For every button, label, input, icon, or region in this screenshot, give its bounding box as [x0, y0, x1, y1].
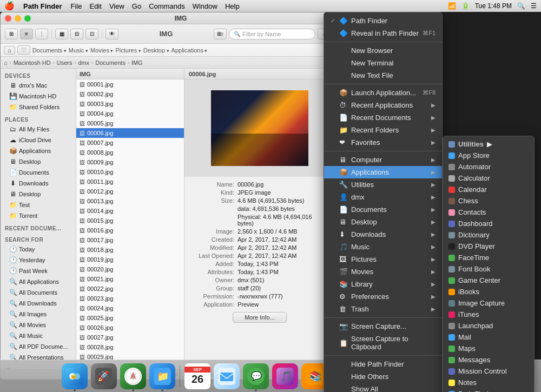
- sidebar-item-dmx-mac[interactable]: 🖥 dmx's Mac: [1, 80, 76, 91]
- path-dmx[interactable]: dmx: [78, 59, 89, 66]
- applications-dropdown[interactable]: Applications: [171, 47, 208, 54]
- app-item-utilities[interactable]: Utilities ▶: [443, 138, 534, 150]
- menu-item-preferences[interactable]: ⚙ Preferences ▶: [324, 290, 442, 303]
- file-item-00006.jpg[interactable]: 🖼00006.jpg: [76, 128, 184, 138]
- sidebar-item-desktop[interactable]: 🖥 Desktop: [1, 156, 76, 167]
- app-item-chess[interactable]: Chess: [443, 195, 534, 207]
- sidebar-search-today[interactable]: 🕐 Today: [1, 244, 76, 255]
- file-item-00012.jpg[interactable]: 🖼00012.jpg: [76, 187, 184, 196]
- app-item-mail[interactable]: Mail: [443, 331, 534, 343]
- sidebar-search-all-images[interactable]: 🔍 All Images: [1, 309, 76, 320]
- menu-item-pictures[interactable]: 🖼 Pictures ▶: [324, 253, 442, 265]
- menu-item-screen-capture[interactable]: 📷 Screen Capture...: [324, 320, 442, 333]
- sidebar-search-all-movies[interactable]: 🔍 All Movies: [1, 320, 76, 330]
- dock-messages[interactable]: 💬: [243, 363, 269, 389]
- app-item-dashboard[interactable]: Dashboard: [443, 218, 534, 229]
- menu-item-movies[interactable]: 🎬 Movies ▶: [324, 265, 442, 278]
- app-item-contacts[interactable]: Contacts: [443, 207, 534, 218]
- menu-item-new-terminal[interactable]: New Terminal: [324, 57, 442, 69]
- app-item-notes[interactable]: Notes: [443, 377, 534, 388]
- path-users[interactable]: Users: [57, 59, 72, 66]
- sidebar-item-desktop2[interactable]: 🖥 Desktop: [1, 189, 76, 200]
- sidebar-item-downloads[interactable]: ⬇ Downloads: [1, 178, 76, 189]
- view-icons-btn[interactable]: ⊞: [5, 29, 18, 39]
- sort-btn[interactable]: ⊞↕: [214, 29, 227, 39]
- desktop-dropdown[interactable]: Desktop: [143, 47, 169, 54]
- search-icon[interactable]: 🔍: [517, 2, 525, 10]
- maximize-button[interactable]: [24, 15, 31, 22]
- file-item-00025.jpg[interactable]: 🖼00025.jpg: [76, 313, 184, 323]
- menu-item-favorites[interactable]: ❤ Favorites ▶: [324, 136, 442, 149]
- sidebar-item-macintosh-hd[interactable]: 💾 Macintosh HD: [1, 91, 76, 102]
- more-info-button[interactable]: More Info...: [233, 312, 287, 323]
- file-item-00014.jpg[interactable]: 🖼00014.jpg: [76, 206, 184, 216]
- file-item-00027.jpg[interactable]: 🖼00027.jpg: [76, 333, 184, 342]
- menu-item-new-text-file[interactable]: New Text File: [324, 69, 442, 82]
- menu-edit[interactable]: Edit: [89, 2, 101, 10]
- menu-item-trash[interactable]: 🗑 Trash ▶: [324, 303, 442, 315]
- file-item-00002.jpg[interactable]: 🖼00002.jpg: [76, 89, 184, 99]
- sidebar-search-all-pdf[interactable]: 🔍 All PDF Docume...: [1, 341, 76, 352]
- file-item-00017.jpg[interactable]: 🖼00017.jpg: [76, 235, 184, 245]
- menu-view[interactable]: View: [109, 2, 124, 10]
- menu-item-computer[interactable]: 🖥 Computer ▶: [324, 154, 442, 166]
- menu-item-documents[interactable]: 📄 Documents ▶: [324, 203, 442, 216]
- dock-launchpad[interactable]: 🚀: [91, 363, 117, 389]
- app-name[interactable]: Path Finder: [23, 2, 62, 10]
- dock-calendar[interactable]: SEP 26: [184, 363, 210, 389]
- menu-item-launch-application[interactable]: 📦 Launch Application... ⌘F8: [324, 87, 442, 99]
- file-item-00021.jpg[interactable]: 🖼00021.jpg: [76, 274, 184, 284]
- menu-item-hide-path-finder[interactable]: Hide Path Finder: [324, 358, 442, 370]
- battery-icon[interactable]: 🔋: [461, 2, 470, 10]
- path-img[interactable]: IMG: [131, 59, 143, 66]
- music-dropdown[interactable]: Music: [69, 47, 88, 54]
- wifi-icon[interactable]: 📶: [448, 2, 456, 10]
- dock-pathfinder[interactable]: 📁: [149, 363, 175, 389]
- docs-dropdown[interactable]: Documents: [32, 47, 67, 54]
- app-item-dictionary[interactable]: Dictionary: [443, 229, 534, 241]
- app-item-ibooks[interactable]: iBooks: [443, 286, 534, 297]
- file-item-00023.jpg[interactable]: 🖼00023.jpg: [76, 294, 184, 303]
- dock-itunes[interactable]: 🎵: [272, 363, 298, 389]
- file-item-00024.jpg[interactable]: 🖼00024.jpg: [76, 303, 184, 313]
- dock-mail[interactable]: [214, 363, 240, 389]
- favorites-btn[interactable]: ♡: [17, 45, 30, 55]
- file-item-00007.jpg[interactable]: 🖼00007.jpg: [76, 138, 184, 148]
- app-item-dvd-player[interactable]: DVD Player: [443, 241, 534, 252]
- sidebar-item-documents[interactable]: 📄 Documents: [1, 167, 76, 178]
- sidebar-item-shared-folders[interactable]: 📁 Shared Folders: [1, 102, 76, 112]
- menu-item-screen-capture-to-clipboard[interactable]: 📋 Screen Capture to Clipboard: [324, 333, 442, 353]
- menu-item-path-finder[interactable]: ✓ 🔷 Path Finder: [324, 15, 442, 27]
- sidebar-search-yesterday[interactable]: 🕐 Yesterday: [1, 255, 76, 265]
- file-item-00028.jpg[interactable]: 🖼00028.jpg: [76, 342, 184, 352]
- home-btn[interactable]: ⌂: [4, 46, 15, 55]
- filter-placeholder[interactable]: Filter by Name: [242, 31, 281, 37]
- file-item-00003.jpg[interactable]: 🖼00003.jpg: [76, 99, 184, 109]
- file-item-00022.jpg[interactable]: 🖼00022.jpg: [76, 284, 184, 294]
- menu-item-show-all[interactable]: Show All: [324, 383, 442, 392]
- apps-submenu[interactable]: Utilities ▶ App Store Automator Calculat…: [443, 136, 535, 392]
- menu-item-new-browser[interactable]: New Browser: [324, 44, 442, 57]
- menu-item-recent-documents[interactable]: 📄 Recent Documents ▶: [324, 111, 442, 124]
- path-macintosh-hd[interactable]: Macintosh HD: [14, 59, 51, 66]
- view-preview-btn[interactable]: ⊡: [85, 29, 98, 39]
- close-button[interactable]: [5, 15, 11, 22]
- apple-menu[interactable]: 🍎: [4, 1, 15, 11]
- view-split-btn[interactable]: ⊟: [70, 29, 83, 39]
- sidebar-search-all-music[interactable]: 🔍 All Music: [1, 330, 76, 341]
- menu-item-library[interactable]: 📚 Library ▶: [324, 278, 442, 290]
- dock-safari[interactable]: [120, 363, 146, 389]
- sidebar-item-applications[interactable]: 📦 Applications: [1, 145, 76, 156]
- app-item-app-store[interactable]: App Store: [443, 150, 534, 161]
- sidebar-search-all-downloads[interactable]: 🔍 All Downloads: [1, 298, 76, 309]
- menu-item-recent-applications[interactable]: ⏱ Recent Applications ▶: [324, 99, 442, 111]
- file-item-00008.jpg[interactable]: 🖼00008.jpg: [76, 148, 184, 157]
- file-item-00013.jpg[interactable]: 🖼00013.jpg: [76, 196, 184, 206]
- path-documents[interactable]: Documents: [95, 59, 126, 66]
- menu-item-hide-others[interactable]: Hide Others: [324, 370, 442, 383]
- sidebar-search-all-apps[interactable]: 🔍 All Applications: [1, 276, 76, 287]
- file-item-00026.jpg[interactable]: 🖼00026.jpg: [76, 323, 184, 333]
- menu-window[interactable]: Window: [193, 2, 217, 10]
- file-item-00009.jpg[interactable]: 🖼00009.jpg: [76, 157, 184, 167]
- file-item-00020.jpg[interactable]: 🖼00020.jpg: [76, 264, 184, 274]
